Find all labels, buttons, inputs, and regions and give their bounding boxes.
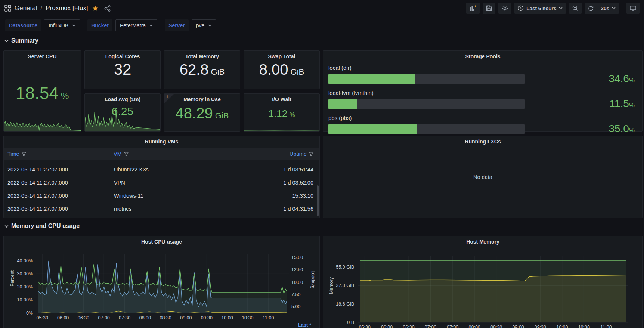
tick-label: 20.00% (17, 284, 33, 290)
io-wait-value: 1.12% (244, 108, 319, 120)
tick-label: 37.3 GiB (336, 283, 354, 288)
panel-logical-cores: Logical Cores 32 (84, 50, 161, 89)
tick-label: 09:00 (180, 315, 192, 321)
panel-title[interactable]: Host CPU usage (4, 236, 319, 245)
breadcrumb-separator: / (40, 4, 42, 12)
chevron-down-icon (149, 24, 153, 27)
total-memory-value: 62.8GiB (164, 61, 240, 78)
variable-bucket-select[interactable]: PeterMatra (115, 19, 157, 31)
host-cpu-chart[interactable] (36, 254, 289, 313)
row-summary-title: Summary (11, 37, 38, 44)
tick-label: 08:00 (139, 315, 151, 321)
panel-title[interactable]: Logical Cores (85, 51, 160, 59)
variable-server: Server pve (165, 19, 216, 31)
filter-icon (22, 152, 26, 156)
panel-running-lxcs: Running LXCs No data (323, 136, 643, 218)
zoom-out-time-button[interactable] (569, 3, 582, 14)
storage-bar-fill (328, 124, 417, 134)
y-axis-label-loadavg: Loadavg (310, 270, 316, 288)
panel-title[interactable]: Swap Total (244, 51, 319, 59)
variable-datasource-select[interactable]: InfluxDB (44, 19, 80, 31)
variable-datasource: Datasource InfluxDB (5, 19, 80, 31)
panel-title[interactable]: Host Memory (323, 236, 642, 245)
chevron-down-icon (208, 24, 211, 27)
tick-label: 08:30 (160, 315, 171, 321)
y-axis-label-percent: Percent (10, 270, 15, 287)
time-range-picker[interactable]: Last 6 hours (514, 3, 566, 14)
table-row[interactable]: 2022-05-14 11:27:07.000VPN1 d 03:52:00 (4, 176, 319, 189)
column-header-uptime[interactable]: Uptime (215, 151, 319, 157)
breadcrumb: General / Proxmox [Flux] ★ (4, 4, 111, 12)
share-icon[interactable] (104, 5, 111, 12)
tick-label: 10:30 (242, 315, 253, 321)
panel-title[interactable]: Server CPU (4, 51, 81, 59)
tick-label: 06:30 (403, 325, 414, 328)
y-axis-ticks-left: 0 B18.6 GiB37.3 GiB55.9 GiB (331, 256, 356, 322)
tick-label: 09:30 (201, 315, 213, 321)
time-range-label: Last 6 hours (526, 6, 556, 11)
variable-bucket: Bucket PeterMatra (87, 19, 157, 31)
variable-bucket-label: Bucket (87, 19, 112, 31)
memory-in-use-value: 48.29GiB (164, 105, 240, 122)
breadcrumb-folder[interactable]: General (15, 4, 37, 12)
storage-bar-track (328, 124, 525, 134)
server-cpu-sparkline (4, 110, 81, 131)
panel-title[interactable]: Storage Pools (323, 51, 642, 59)
panel-title[interactable]: Running VMs (4, 136, 319, 145)
refresh-interval-picker[interactable]: 30s (597, 3, 619, 14)
tick-label: 30.00% (17, 271, 33, 276)
panel-title[interactable]: Total Memory (164, 51, 240, 59)
storage-pool-value: 34.6% (525, 73, 636, 85)
variable-server-select[interactable]: pve (192, 19, 216, 31)
chevron-down-icon (72, 24, 75, 27)
row-memcpu-toggle[interactable]: Memory and CPU usage (4, 223, 80, 229)
panel-title[interactable]: Running LXCs (323, 136, 642, 145)
row-summary-toggle[interactable]: Summary (4, 37, 38, 44)
tick-label: 11:00 (600, 325, 612, 328)
refresh-interval-label: 30s (601, 6, 609, 11)
storage-pool-value: 11.5% (525, 98, 636, 110)
tick-label: 7.50 (291, 292, 300, 297)
tick-label: 40.00% (17, 258, 33, 263)
refresh-button[interactable] (585, 3, 597, 14)
panel-title[interactable]: I/O Wait (244, 94, 319, 102)
add-panel-button[interactable] (466, 3, 480, 14)
save-dashboard-button[interactable] (483, 3, 495, 14)
storage-bar-track (328, 99, 525, 109)
tick-label: 08:00 (469, 325, 480, 328)
tick-label: 07:30 (447, 325, 458, 328)
panel-title[interactable]: Memory in Use (164, 94, 240, 102)
panel-host-memory: Host Memory Memory 0 B18.6 GiB37.3 GiB55… (323, 236, 643, 328)
refresh-group: 30s (585, 3, 619, 14)
table-row[interactable]: 2022-05-14 11:27:07.000Windows-1115:33:1… (4, 189, 319, 202)
tick-label: 06:00 (57, 315, 69, 321)
storage-bar-fill (328, 74, 415, 84)
tick-label: 10:00 (556, 325, 568, 328)
x-axis-ticks: 05:3006:0006:3007:0007:3008:0008:3009:00… (36, 315, 289, 321)
panel-swap-total: Swap Total 8.00GiB (244, 50, 320, 89)
dashboards-grid-icon[interactable] (4, 5, 11, 12)
logical-cores-value: 32 (85, 61, 160, 78)
panel-title[interactable]: Load Avg (1m) (85, 94, 160, 102)
y-axis-ticks-left: 0%10.00%20.00%30.00%40.00% (16, 254, 35, 313)
chevron-down-icon (559, 7, 563, 9)
tick-label: 07:30 (119, 315, 130, 321)
tick-label: 10:30 (578, 325, 590, 328)
column-header-vm[interactable]: VM (110, 151, 215, 157)
storage-pool-value: 35.0% (525, 123, 636, 135)
panel-info-corner[interactable] (164, 94, 174, 103)
tick-label: 05:30 (359, 325, 371, 328)
legend-sort-last[interactable]: Last * (298, 322, 311, 328)
favorite-star-icon[interactable]: ★ (92, 5, 99, 12)
dashboard-title[interactable]: Proxmox [Flux] (46, 4, 88, 12)
host-memory-chart[interactable] (358, 256, 628, 322)
storage-bar-track (328, 74, 525, 84)
dashboard-settings-button[interactable] (498, 3, 511, 14)
column-header-time[interactable]: Time (4, 151, 110, 157)
vms-table-header: Time VM Uptime (4, 148, 319, 160)
table-row[interactable]: 2022-05-14 11:27:07.000metrics1 d 04:31:… (4, 202, 319, 215)
table-row[interactable]: 2022-05-14 11:27:07.000Ubuntu22-K3s1 d 0… (4, 163, 319, 176)
table-scrollbar[interactable] (317, 185, 319, 216)
kiosk-mode-button[interactable] (626, 3, 640, 14)
chevron-down-icon (4, 225, 9, 228)
